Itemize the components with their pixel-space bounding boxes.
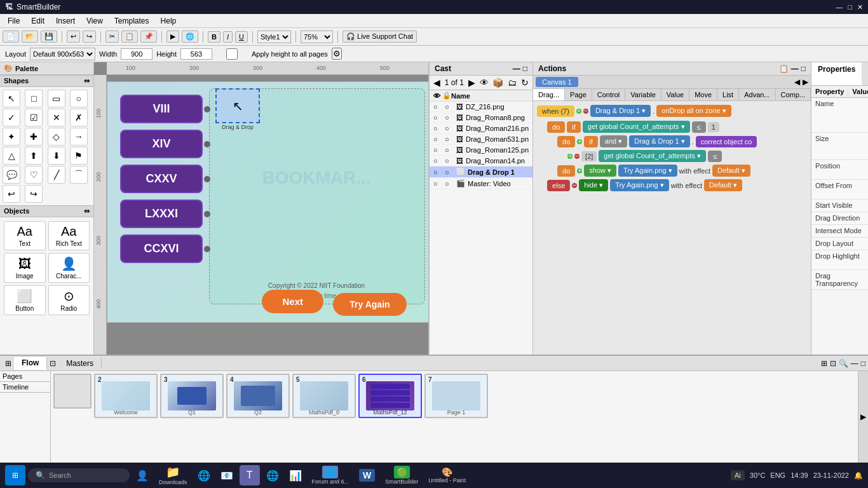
lock-7[interactable]: ○ — [445, 180, 454, 187]
lock-5[interactable]: ○ — [445, 157, 454, 165]
get-global-block-2[interactable]: get global Count_of_attempts ▾ — [599, 150, 706, 162]
shape-heart[interactable]: ♡ — [25, 166, 43, 184]
shape-down[interactable]: ⬇ — [48, 147, 65, 165]
taskbar-chrome[interactable]: 🌐 — [262, 465, 283, 485]
lte-block-2[interactable]: ≤ — [708, 151, 722, 162]
roman-xiv[interactable]: XIV — [120, 130, 203, 158]
lock-0[interactable]: ○ — [445, 103, 454, 111]
actions-expand[interactable]: □ — [801, 64, 806, 73]
minus-btn-0[interactable]: − — [583, 109, 588, 114]
new-btn[interactable]: 📄 — [3, 30, 19, 43]
page-3[interactable]: 3 Q1 — [160, 374, 224, 418]
cast-item-5[interactable]: ○ ○ 🖼 Drag_Roman14.pn — [430, 156, 532, 166]
cast-item-0[interactable]: ○ ○ 🖼 DZ_216.png — [430, 102, 532, 112]
cast-expand-icon[interactable]: □ — [523, 64, 527, 73]
add-btn-2[interactable]: + — [567, 154, 573, 159]
cast-controls[interactable]: — □ — [513, 64, 527, 73]
actions-nav-left[interactable]: ◀ — [794, 78, 800, 86]
width-input[interactable]: 900 — [121, 48, 153, 60]
actions-nav-right[interactable]: ▶ — [803, 78, 808, 86]
bottom-expand[interactable]: □ — [861, 359, 865, 368]
taskbar-smartbuilder[interactable]: 🟢 SmartBuilder — [381, 464, 422, 486]
shape-redo[interactable]: ↪ — [25, 185, 43, 203]
page-5[interactable]: 5 MathsPdf_0 — [292, 374, 356, 418]
tab-move[interactable]: Move — [689, 89, 717, 100]
shape-undo[interactable]: ↩ — [3, 185, 20, 203]
cast-refresh-btn[interactable]: ↻ — [521, 78, 529, 88]
menu-view[interactable]: View — [81, 15, 108, 27]
bottom-icon3[interactable]: 🔍 — [839, 359, 848, 368]
add-btn-1[interactable]: + — [577, 139, 582, 144]
do-block-3[interactable]: do — [557, 165, 575, 177]
page-7[interactable]: 7 Page 1 — [424, 374, 488, 418]
default-block-1[interactable]: Default ▾ — [712, 165, 750, 177]
if-block-2[interactable]: if — [584, 136, 598, 147]
italic-btn[interactable]: I — [223, 31, 233, 43]
bottom-panel-controls[interactable]: ⊞ ⊡ 🔍 — □ — [818, 359, 868, 368]
taskbar-teams[interactable]: T — [240, 465, 260, 485]
obj-character[interactable]: 👤 Charac... — [48, 253, 90, 283]
and-block[interactable]: and ▾ — [600, 135, 627, 147]
lock-3[interactable]: ○ — [445, 135, 454, 143]
drag-drop-block-2[interactable]: Drag & Drop 1 ▾ — [629, 135, 689, 147]
publish-btn[interactable]: 🌐 — [182, 30, 198, 43]
height-input[interactable]: 563 — [180, 48, 212, 60]
shapes-expand-icon[interactable]: ⇔ — [84, 77, 90, 85]
tab-comp[interactable]: Comp... — [776, 89, 811, 100]
shape-arrow2[interactable]: → — [70, 128, 88, 146]
menu-edit[interactable]: Edit — [26, 15, 50, 27]
tab-advan[interactable]: Advan... — [739, 89, 775, 100]
tab-list[interactable]: List — [717, 89, 739, 100]
cast-prev-btn[interactable]: ◀ — [433, 78, 440, 88]
title-controls[interactable]: — □ ✕ — [836, 3, 863, 11]
shape-x1[interactable]: ✕ — [48, 109, 65, 126]
vis-4[interactable]: ○ — [433, 146, 442, 154]
roman-cxxv[interactable]: CXXV — [120, 165, 203, 193]
tab-page[interactable]: Page — [565, 89, 592, 100]
taskbar-ai[interactable]: Ai — [731, 470, 745, 480]
canvas-tab-btn[interactable]: Canvas 1 — [536, 77, 578, 87]
if-block-1[interactable]: if — [567, 121, 581, 133]
shape-line[interactable]: ╱ — [48, 166, 65, 184]
vis-7[interactable]: ○ — [433, 180, 442, 187]
actions-controls[interactable]: 📋 — □ — [779, 64, 806, 73]
taskbar-paint[interactable]: 🎨 Untitled - Paint — [424, 466, 470, 485]
pages-scroll[interactable]: 2 Welcome 3 Q1 4 Q2 5 — [51, 371, 858, 463]
default-block-2[interactable]: Default ▾ — [704, 179, 742, 191]
correct-obj-block[interactable]: correct object co — [696, 136, 757, 147]
masters-icon[interactable]: ⊡ — [50, 359, 56, 368]
taskbar-mail[interactable]: 📧 — [217, 465, 237, 485]
taskbar-ie[interactable]: 🌐 — [194, 465, 214, 485]
shape-curve[interactable]: ⌒ — [70, 166, 88, 184]
support-btn[interactable]: 🎧 Live Support Chat — [342, 30, 417, 43]
flow-icon[interactable]: ⊞ — [5, 359, 11, 368]
minimize-btn[interactable]: — — [836, 3, 843, 11]
cast-next-btn[interactable]: ▶ — [468, 78, 475, 88]
taskbar-search[interactable]: 🔍 Search — [28, 468, 130, 482]
cast-item-2[interactable]: ○ ○ 🖼 Drag_Roman216.pn — [430, 123, 532, 134]
shape-dia[interactable]: ◇ — [48, 128, 65, 146]
shape-cross[interactable]: ✚ — [25, 128, 43, 146]
tab-variable[interactable]: Variable — [625, 89, 661, 100]
masters-tab[interactable]: Masters — [58, 358, 102, 369]
cast-icon2[interactable]: 📦 — [492, 78, 503, 88]
minus-btn-else[interactable]: − — [572, 183, 577, 188]
menu-insert[interactable]: Insert — [51, 15, 80, 27]
obj-radio[interactable]: ⊙ Radio — [48, 285, 90, 315]
props-tab[interactable]: Properties — [811, 62, 862, 85]
apply-height-check[interactable] — [216, 48, 248, 60]
vis-2[interactable]: ○ — [433, 125, 442, 132]
next-button[interactable]: Next — [262, 290, 323, 313]
start-button[interactable]: ⊞ — [5, 465, 25, 485]
try-again-button[interactable]: Try Again — [333, 293, 406, 316]
obj-image[interactable]: 🖼 Image — [4, 253, 46, 283]
timeline-tab[interactable]: Timeline — [0, 382, 50, 393]
hide-block[interactable]: hide ▾ — [579, 179, 608, 191]
cut-btn[interactable]: ✂ — [105, 30, 119, 43]
do-block-1[interactable]: do — [547, 121, 565, 133]
drag-drop-block[interactable]: Drag & Drop 1 ▾ — [590, 105, 651, 117]
cast-minimize-icon[interactable]: — — [513, 64, 520, 73]
cast-item-1[interactable]: ○ ○ 🖼 Drag_Roman8.png — [430, 112, 532, 123]
cast-item-7[interactable]: ○ ○ 🎬 Master: Video — [430, 178, 532, 189]
tab-value[interactable]: Value — [661, 89, 689, 100]
